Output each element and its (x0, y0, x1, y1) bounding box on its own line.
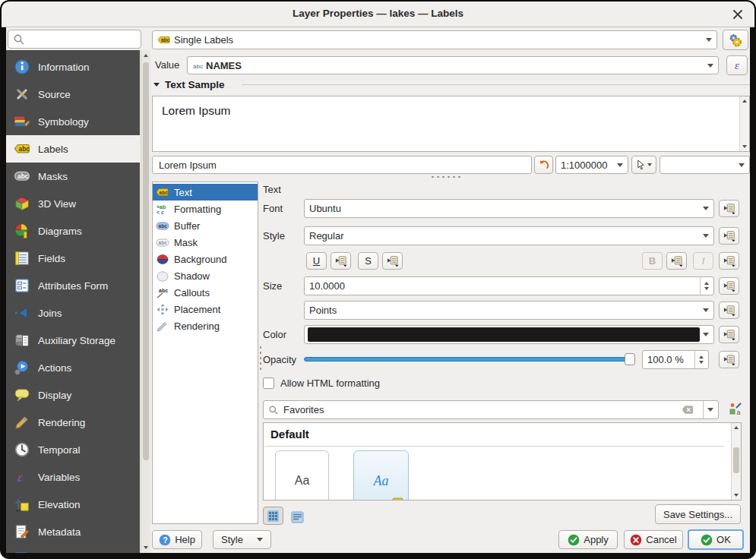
vertical-splitter-handle[interactable] (259, 345, 262, 371)
reset-sample-button[interactable] (534, 156, 553, 174)
bold-toggle[interactable]: B (642, 252, 663, 270)
sidebar-item-rendering[interactable]: Rendering (6, 409, 140, 436)
sidebar-item-elevation[interactable]: Elevation (6, 491, 140, 518)
information-icon (14, 58, 30, 75)
ok-button[interactable]: OK (688, 529, 744, 550)
automated-placement-settings-button[interactable] (723, 30, 748, 50)
sidebar-item-auxiliary-storage[interactable]: Auxiliary Storage (6, 327, 140, 354)
sample-scale-select[interactable]: 1:1000000 (555, 156, 628, 174)
size-spinbox[interactable]: 10.0000 (304, 276, 714, 295)
option-search-input[interactable] (8, 30, 141, 49)
sidebar-item-symbology[interactable]: Symbology (6, 108, 140, 135)
expression-builder-button[interactable]: ε (726, 55, 748, 75)
scrollbar-thumb[interactable] (733, 447, 739, 473)
sidebar-item-metadata[interactable]: Metadata (6, 518, 140, 545)
font-override-button[interactable] (719, 200, 739, 217)
format-card-selected[interactable]: Aa abc (353, 450, 409, 501)
font-value: Ubuntu (309, 203, 703, 214)
save-settings-button[interactable]: Save Settings... (655, 504, 741, 524)
sidebar-item-masks[interactable]: abc Masks (6, 163, 140, 190)
sidebar-item-temporal[interactable]: Temporal (6, 436, 140, 463)
joins-icon (14, 305, 30, 321)
sidebar-item-3d-view[interactable]: 3D View (6, 190, 140, 217)
tab-callouts[interactable]: abc Callouts (153, 284, 258, 301)
sidebar-item-actions[interactable]: Actions (6, 354, 140, 381)
tab-buffer[interactable]: abc Buffer (153, 217, 258, 234)
close-icon[interactable] (730, 7, 745, 22)
scroll-up-icon[interactable] (742, 99, 747, 103)
tab-formatting[interactable]: +ab< c Formatting (153, 201, 258, 217)
preview-scrollbar[interactable] (739, 96, 749, 151)
tab-text[interactable]: abc Text (153, 184, 258, 201)
scrollbar-thumb[interactable] (143, 62, 149, 460)
opacity-spinbox[interactable]: 100.0 % (642, 350, 709, 369)
bold-override-button[interactable] (666, 252, 687, 270)
value-field-value: NAMES (206, 60, 707, 71)
list-view-toggle[interactable] (287, 508, 308, 526)
label-mode-select[interactable]: abc Single Labels (152, 30, 717, 49)
gallery-scrollbar[interactable] (731, 423, 741, 500)
sidebar-item-display[interactable]: Display (6, 381, 140, 409)
value-field-select[interactable]: abc NAMES (187, 56, 719, 74)
scroll-up-icon[interactable] (734, 426, 739, 429)
sidebar-item-joins[interactable]: Joins (6, 299, 140, 327)
background-tab-icon (156, 253, 169, 266)
size-unit-select[interactable]: Points (304, 301, 714, 320)
text-color-button[interactable] (304, 325, 714, 344)
style-search-input[interactable]: Favorites (263, 400, 719, 419)
strikethrough-override-button[interactable] (382, 252, 403, 270)
svg-text:abc: abc (159, 223, 168, 229)
partial-icon (14, 551, 30, 553)
sidebar-item-source[interactable]: Source (6, 81, 140, 108)
size-override-button[interactable] (719, 277, 739, 295)
style-override-button[interactable] (719, 227, 739, 245)
color-override-button[interactable] (719, 326, 739, 343)
tab-mask[interactable]: abc Mask (153, 234, 258, 251)
style-menu-button[interactable]: Style (213, 530, 271, 549)
opacity-override-button[interactable] (719, 351, 739, 368)
sidebar-item-fields[interactable]: Fields (6, 245, 140, 272)
scroll-down-icon[interactable] (742, 145, 747, 148)
label-preview-box: Lorem Ipsum (152, 96, 750, 152)
sidebar-item-attributes-form[interactable]: Attributes Form (6, 272, 140, 299)
format-card-default[interactable]: Aa (275, 450, 329, 501)
icon-view-toggle[interactable] (263, 507, 283, 525)
tab-rendering[interactable]: Rendering (153, 317, 258, 334)
underline-override-button[interactable] (331, 252, 351, 270)
tab-placement[interactable]: Placement (153, 301, 258, 317)
titlebar: Layer Properties — lakes — Labels (2, 2, 754, 27)
sample-text-input[interactable] (152, 156, 532, 174)
font-style-select[interactable]: Regular (304, 226, 714, 245)
style-manager-button[interactable]: a (725, 400, 745, 418)
unit-override-button[interactable] (719, 302, 739, 319)
italic-override-button[interactable] (719, 252, 739, 270)
sidebar-item-labels[interactable]: abc Labels (6, 135, 140, 163)
allow-html-checkbox[interactable] (263, 377, 274, 389)
sidebar-item-variables[interactable]: ε Variables (6, 463, 140, 491)
italic-toggle[interactable]: I (693, 252, 713, 270)
sidebar-item-partial[interactable] (6, 545, 140, 553)
font-select[interactable]: Ubuntu (304, 199, 714, 218)
cancel-button[interactable]: Cancel (624, 530, 683, 549)
apply-button[interactable]: Apply (558, 530, 618, 549)
strikethrough-toggle[interactable]: S (358, 252, 378, 270)
underline-toggle[interactable]: U (306, 252, 327, 270)
scroll-up-icon[interactable] (144, 54, 148, 57)
sample-background-select[interactable] (660, 156, 750, 174)
chevron-down-icon (703, 308, 709, 312)
tab-background[interactable]: Background (153, 251, 258, 267)
sidebar-item-information[interactable]: Information (6, 53, 140, 81)
splitter-handle[interactable] (430, 175, 463, 178)
sidebar-scrollbar[interactable] (141, 50, 150, 553)
clear-search-icon[interactable] (682, 405, 694, 415)
font-style-value: Regular (309, 230, 703, 242)
text-sample-header[interactable]: Text Sample (153, 79, 225, 90)
scroll-down-icon[interactable] (734, 494, 739, 497)
sidebar-item-diagrams[interactable]: Diagrams (6, 217, 140, 245)
slider-handle[interactable] (625, 353, 635, 365)
help-button[interactable]: ? Help (152, 530, 202, 549)
map-scale-tool-button[interactable] (631, 156, 656, 174)
tab-shadow[interactable]: Shadow (153, 267, 258, 284)
scroll-down-icon[interactable] (144, 546, 148, 549)
opacity-slider[interactable] (304, 351, 635, 368)
